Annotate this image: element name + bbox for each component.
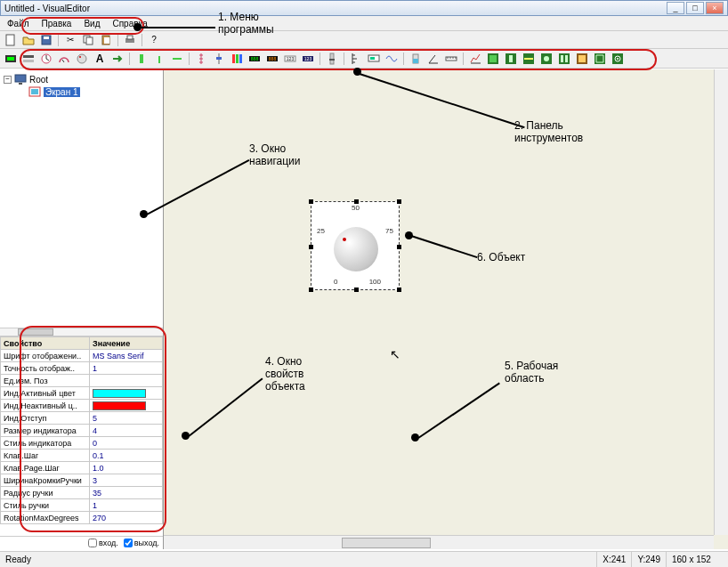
canvas-hscroll[interactable] — [164, 535, 714, 549]
close-button[interactable]: × — [706, 2, 724, 14]
check-out[interactable]: выход. — [124, 539, 159, 547]
svg-rect-4 — [86, 37, 93, 45]
check-in-box[interactable] — [88, 539, 97, 547]
knob-dial[interactable] — [334, 227, 378, 271]
callout-props — [20, 326, 166, 532]
svg-rect-57 — [19, 83, 22, 85]
svg-rect-10 — [7, 57, 14, 61]
window-buttons: _ □ × — [667, 2, 724, 14]
knob-label-100: 100 — [369, 278, 381, 286]
minimize-button[interactable]: _ — [667, 2, 684, 14]
svg-rect-6 — [104, 37, 109, 44]
tree-root-label: Root — [29, 75, 48, 85]
annot-3: 3. Окно навигации — [249, 142, 300, 167]
svg-rect-0 — [6, 35, 14, 45]
check-out-box[interactable] — [124, 539, 133, 547]
tree-screen1[interactable]: Экран 1 — [28, 85, 159, 98]
window-title: Untitled - VisualEditor — [4, 4, 90, 13]
annot-4: 4. Окно свойств объекта — [265, 355, 305, 393]
status-y: Y:249 — [631, 552, 666, 567]
svg-rect-56 — [15, 75, 26, 82]
about-button[interactable]: ? — [146, 32, 162, 48]
cursor-icon: ↖ — [390, 347, 400, 361]
nav-tree: − Root Экран 1 — [0, 69, 163, 328]
titlebar: Untitled - VisualEditor _ □ × — [0, 0, 728, 16]
monitor-icon — [14, 74, 27, 85]
screen-icon — [28, 86, 41, 97]
knob-label-0: 0 — [334, 278, 337, 286]
svg-rect-59 — [31, 89, 38, 94]
status-ready: Ready — [0, 552, 596, 567]
annot-1: 1. Меню программы — [218, 11, 274, 36]
canvas-vscroll[interactable] — [714, 69, 728, 535]
svg-rect-8 — [127, 36, 133, 39]
knob-label-25: 25 — [317, 227, 325, 235]
canvas[interactable]: 0 25 50 75 100 ↖ — [164, 69, 728, 549]
knob-label-75: 75 — [385, 227, 393, 235]
annot-5: 5. Рабочая область — [505, 360, 558, 385]
tool-1[interactable] — [3, 51, 19, 67]
tree-root[interactable]: − Root — [4, 73, 159, 85]
expand-icon[interactable]: − — [4, 76, 12, 84]
callout-tools — [20, 49, 657, 70]
check-in[interactable]: вход. — [88, 539, 118, 547]
statusbar: Ready X:241 Y:249 160 x 152 — [0, 551, 728, 567]
annot-2: 2. Панель инструментов — [514, 119, 583, 144]
knob-object[interactable]: 0 25 50 75 100 — [311, 201, 400, 290]
knob-indicator — [343, 238, 346, 241]
left-bottom-bar: вход. выход. — [0, 536, 163, 549]
svg-rect-2 — [44, 36, 49, 39]
knob-label-50: 50 — [352, 204, 360, 212]
maximize-button[interactable]: □ — [686, 2, 704, 14]
tree-screen1-label: Экран 1 — [44, 87, 80, 97]
new-button[interactable] — [3, 32, 19, 48]
status-size: 160 x 152 — [666, 552, 728, 567]
status-x: X:241 — [596, 552, 631, 567]
callout-menu — [21, 17, 144, 35]
annot-6: 6. Объект — [477, 251, 525, 263]
